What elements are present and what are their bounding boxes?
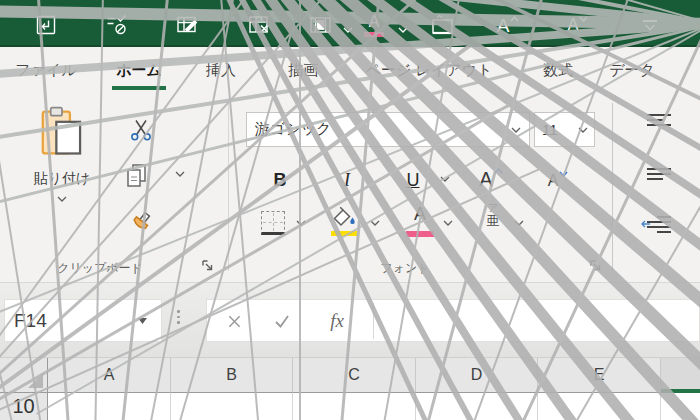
cell-e10[interactable] xyxy=(538,393,661,420)
underline-button[interactable]: U xyxy=(398,164,428,196)
name-box[interactable]: F14 xyxy=(4,299,162,342)
group-divider xyxy=(228,103,229,271)
paste-label: 貼り付け xyxy=(34,170,91,188)
cancel-icon[interactable] xyxy=(225,312,243,330)
tab-home[interactable]: ホーム xyxy=(107,47,171,93)
font-size-chevron-icon xyxy=(578,127,588,133)
table-view-chevron-icon[interactable] xyxy=(334,17,362,43)
grow-font-button[interactable]: A xyxy=(476,162,506,196)
font-name-combobox[interactable]: 游ゴシック xyxy=(246,112,530,147)
formula-bar-drag-handle[interactable] xyxy=(177,310,180,324)
window-arrow-icon[interactable] xyxy=(32,12,60,38)
column-header-b[interactable]: B xyxy=(171,358,293,393)
phonetic-guide-button[interactable]: ア 亜 xyxy=(482,203,504,239)
copy-chevron-icon[interactable] xyxy=(175,171,185,177)
select-all-triangle-icon xyxy=(28,373,43,388)
phonetic-chevron-icon[interactable] xyxy=(514,220,524,226)
font-size-combobox[interactable]: 11 xyxy=(534,112,595,147)
underline-chevron-icon[interactable] xyxy=(440,176,450,182)
name-box-value: F14 xyxy=(5,310,47,332)
cell-d10[interactable] xyxy=(416,393,538,420)
scissors-icon xyxy=(129,118,153,142)
name-box-dropdown-icon xyxy=(138,318,147,324)
shrink-font-letter: A xyxy=(568,17,579,33)
font-group-label: フォント xyxy=(340,260,470,277)
borders-button[interactable] xyxy=(260,210,286,236)
insert-function-button[interactable]: fx xyxy=(325,308,349,334)
fx-label: fx xyxy=(330,310,344,332)
cell-a10[interactable] xyxy=(48,393,171,420)
page-orientation-icon[interactable] xyxy=(428,12,456,38)
clipboard-group-label: クリップボード xyxy=(30,260,170,277)
grow-caret-icon xyxy=(494,168,503,174)
group-divider xyxy=(612,103,613,271)
tab-draw[interactable]: 描画 xyxy=(272,47,334,93)
format-painter-button[interactable] xyxy=(122,210,156,240)
middle-align-button[interactable] xyxy=(646,164,672,184)
tab-file[interactable]: ファイル xyxy=(10,47,82,93)
format-painter-icon xyxy=(125,211,153,239)
fill-bucket-icon xyxy=(330,206,358,228)
excel-window: A A A ファイル ホーム 挿入 描画 ページ レイアウト 数式 データ 貼り… xyxy=(0,0,700,420)
paste-clipboard-icon xyxy=(39,106,85,158)
fill-color-chevron-icon[interactable] xyxy=(370,220,380,226)
qat-font-color-icon[interactable]: A xyxy=(360,12,388,38)
select-all-corner[interactable] xyxy=(0,358,48,393)
table-edit-icon[interactable] xyxy=(173,12,201,38)
middle-align-icon xyxy=(647,168,671,180)
decrease-indent-button[interactable] xyxy=(644,210,674,238)
cell-f10[interactable] xyxy=(661,393,700,420)
borders-chevron-icon[interactable] xyxy=(296,220,306,226)
paste-chevron-icon xyxy=(57,196,67,202)
top-align-button[interactable] xyxy=(646,110,672,130)
fill-color-swatch xyxy=(331,231,357,236)
tab-formulas[interactable]: 数式 xyxy=(526,47,590,93)
cell-b10[interactable] xyxy=(171,393,293,420)
shrink-caret-icon xyxy=(559,171,568,177)
formula-bar[interactable]: fx xyxy=(206,299,700,342)
font-color-chevron-icon[interactable] xyxy=(443,220,453,226)
formula-bar-divider xyxy=(373,303,374,339)
checklist-validation-icon[interactable] xyxy=(102,12,130,38)
row-header-10[interactable]: 10 xyxy=(0,393,48,420)
column-header-d[interactable]: D xyxy=(416,358,538,393)
top-align-icon xyxy=(647,114,671,126)
font-dialog-launcher-icon[interactable] xyxy=(588,258,602,272)
paste-button[interactable]: 貼り付け xyxy=(26,106,98,236)
column-header-a[interactable]: A xyxy=(48,358,171,393)
column-header-e[interactable]: E xyxy=(538,358,661,393)
enter-icon[interactable] xyxy=(273,312,291,330)
table-view-icon[interactable] xyxy=(306,12,334,38)
fill-color-button[interactable] xyxy=(330,206,360,238)
shrink-font-button[interactable]: A xyxy=(544,166,572,196)
cut-button[interactable] xyxy=(126,116,156,144)
tab-data[interactable]: データ xyxy=(600,47,664,93)
formula-input[interactable] xyxy=(375,300,699,341)
borders-icon xyxy=(261,211,285,235)
font-color-swatch xyxy=(406,231,434,237)
grow-font-qat-icon[interactable]: A xyxy=(494,12,522,38)
tab-insert[interactable]: 挿入 xyxy=(190,47,252,93)
qat-font-color-swatch xyxy=(364,32,384,37)
column-header-c[interactable]: C xyxy=(293,358,416,393)
cell-c10[interactable] xyxy=(293,393,416,420)
grow-font-letter: A xyxy=(497,16,510,35)
font-name-chevron-icon xyxy=(511,127,521,133)
font-size-value: 11 xyxy=(542,121,558,138)
shrink-font-qat-icon[interactable]: A xyxy=(564,12,592,38)
clipboard-dialog-launcher-icon[interactable] xyxy=(200,258,214,272)
table-delete-icon[interactable] xyxy=(245,12,273,38)
font-color-button[interactable]: A xyxy=(404,204,436,238)
collapse-ribbon-icon[interactable] xyxy=(636,12,664,38)
copy-button[interactable] xyxy=(122,162,152,190)
italic-button[interactable]: I xyxy=(334,164,360,196)
bold-button[interactable]: B xyxy=(266,164,294,196)
copy-icon xyxy=(124,163,150,189)
tab-page-layout[interactable]: ページ レイアウト xyxy=(356,47,502,93)
font-name-value: 游ゴシック xyxy=(255,120,331,139)
column-header-f-partial[interactable] xyxy=(661,358,700,393)
qat-font-color-chevron-icon[interactable] xyxy=(389,17,417,43)
indent-arrow-icon xyxy=(640,220,651,228)
qat-font-color-letter: A xyxy=(369,14,380,30)
